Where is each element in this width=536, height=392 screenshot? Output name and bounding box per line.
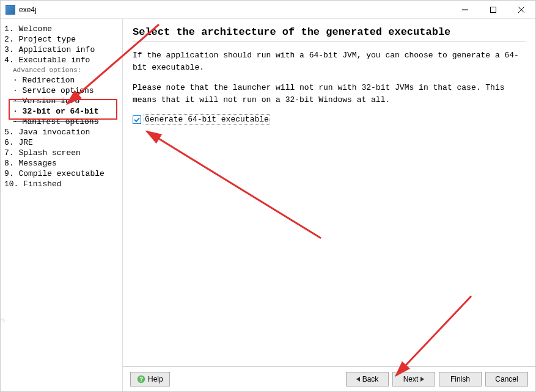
nav-item[interactable]: 7. Splash screen xyxy=(4,148,119,158)
description-2: Please note that the launcher will not r… xyxy=(133,82,526,106)
nav-item[interactable]: Version info xyxy=(4,96,119,106)
window-controls xyxy=(451,1,535,19)
close-button[interactable] xyxy=(507,1,535,19)
nav-item[interactable]: Service options xyxy=(4,85,119,96)
checkbox-row: Generate 64-bit executable xyxy=(133,114,526,125)
nav-item[interactable]: 1. Welcome xyxy=(4,24,119,34)
maximize-icon xyxy=(490,7,496,13)
back-label: Back xyxy=(362,375,379,383)
nav-item[interactable]: 5. Java invocation xyxy=(4,127,119,137)
nav-item[interactable]: 8. Messages xyxy=(4,158,119,169)
nav-item[interactable]: 32-bit or 64-bit xyxy=(4,106,119,117)
back-button[interactable]: Back xyxy=(346,372,389,387)
nav-item[interactable]: 9. Compile executable xyxy=(4,169,119,179)
help-button[interactable]: ? Help xyxy=(130,372,170,387)
content-panel: Select the architecture of the generated… xyxy=(123,19,535,391)
nav-item[interactable]: 2. Project type xyxy=(4,34,119,45)
nav-item[interactable]: 3. Application info xyxy=(4,45,119,55)
sidebar: exe4j 1. Welcome2. Project type3. Applic… xyxy=(1,19,123,391)
content-inner: Select the architecture of the generated… xyxy=(123,19,535,366)
arrow-left-icon xyxy=(356,377,360,382)
generate-64bit-checkbox[interactable] xyxy=(133,115,141,124)
next-label: Next xyxy=(403,375,419,383)
nav-item[interactable]: Manifest options xyxy=(4,117,119,127)
nav-advanced-label: Advanced options: xyxy=(4,65,119,75)
cancel-button[interactable]: Cancel xyxy=(485,372,528,387)
minimize-icon xyxy=(462,7,468,13)
arrow-right-icon xyxy=(420,377,424,382)
finish-button[interactable]: Finish xyxy=(439,372,482,387)
button-bar: ? Help Back Next Finish Cancel xyxy=(123,366,535,391)
checkbox-label[interactable]: Generate 64-bit executable xyxy=(144,114,270,125)
help-label: Help xyxy=(148,375,163,383)
nav-item[interactable]: Redirection xyxy=(4,75,119,85)
app-icon xyxy=(6,5,15,15)
nav-list: 1. Welcome2. Project type3. Application … xyxy=(4,24,119,189)
minimize-button[interactable] xyxy=(451,1,479,19)
window-title: exe4j xyxy=(19,5,451,14)
app-window: exe4j exe4j 1. Welcome2. Project type3. … xyxy=(0,0,536,392)
close-icon xyxy=(518,7,524,13)
next-button[interactable]: Next xyxy=(392,372,435,387)
sidebar-watermark: exe4j xyxy=(1,318,6,367)
svg-text:?: ? xyxy=(139,376,143,383)
finish-label: Finish xyxy=(450,375,470,383)
page-title: Select the architecture of the generated… xyxy=(133,26,526,42)
titlebar: exe4j xyxy=(1,1,535,19)
nav-item[interactable]: 6. JRE xyxy=(4,137,119,148)
main-area: exe4j 1. Welcome2. Project type3. Applic… xyxy=(1,19,535,391)
cancel-label: Cancel xyxy=(495,375,518,383)
nav-item[interactable]: 4. Executable info xyxy=(4,55,119,65)
description-1: If the application should run with a 64-… xyxy=(133,49,526,73)
checkmark-icon xyxy=(134,117,140,123)
help-icon: ? xyxy=(137,375,145,383)
maximize-button[interactable] xyxy=(479,1,507,19)
nav-item[interactable]: 10. Finished xyxy=(4,179,119,189)
svg-rect-1 xyxy=(491,7,496,12)
